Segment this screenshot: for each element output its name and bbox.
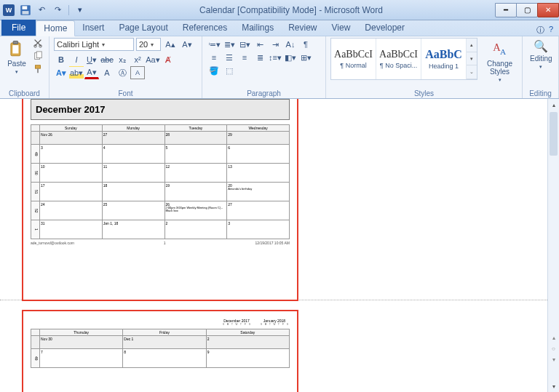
browse-object-icon[interactable]: ○ <box>552 345 555 352</box>
font-color-icon[interactable]: A▾ <box>84 66 99 79</box>
paste-button[interactable]: Paste ▾ <box>4 38 29 76</box>
group-editing: 🔍 Editing ▾ Editing <box>523 36 559 98</box>
save-icon[interactable] <box>19 4 32 17</box>
style-normal[interactable]: AaBbCcI¶ Normal <box>331 39 376 79</box>
vertical-scrollbar[interactable]: ▴ ▾ ▴ ○ ▾ <box>547 99 559 392</box>
numbering-icon[interactable]: ≣▾ <box>222 38 237 51</box>
font-size-value: 20 <box>139 40 148 49</box>
scroll-up-icon[interactable]: ▴ <box>548 99 559 111</box>
tab-view[interactable]: View <box>325 20 358 36</box>
editing-group-label: Editing <box>527 89 554 98</box>
paragraph-group-label: Paragraph <box>207 89 321 98</box>
align-center-icon[interactable]: ☰ <box>222 51 237 64</box>
justify-icon[interactable]: ≣ <box>253 51 267 64</box>
window-controls: ━ ▢ ✕ <box>496 3 559 17</box>
multilevel-list-icon[interactable]: ⊟▾ <box>237 38 252 51</box>
shading-icon[interactable]: ◧▾ <box>283 51 298 64</box>
minimize-ribbon-icon[interactable]: ⓘ <box>536 25 544 36</box>
group-clipboard: Paste ▾ Clipboard <box>0 36 49 98</box>
scroll-thumb[interactable] <box>550 112 558 156</box>
svg-text:A: A <box>500 47 507 56</box>
character-shading-icon[interactable]: A <box>100 66 114 79</box>
ribbon: Paste ▾ Clipboard Calibri Light▾ 20▾ A▴ … <box>0 36 559 99</box>
tab-mailings[interactable]: Mailings <box>234 20 281 36</box>
minimize-button[interactable]: ━ <box>495 3 517 17</box>
svg-rect-10 <box>36 65 41 68</box>
underline-icon[interactable]: U▾ <box>84 53 99 66</box>
window-title: Calendar [Compatibility Mode] - Microsof… <box>87 5 496 15</box>
sort-icon[interactable]: A↓ <box>283 38 298 51</box>
tab-insert[interactable]: Insert <box>75 20 111 36</box>
browse-prev-icon[interactable]: ▴ <box>552 335 555 341</box>
style-no-spacing[interactable]: AaBbCcI¶ No Spaci... <box>376 39 421 79</box>
browse-next-icon[interactable]: ▾ <box>552 356 555 363</box>
group-font: Calibri Light▾ 20▾ A▴ A▾ B I U▾ abc x₂ x… <box>49 36 202 98</box>
grow-font-icon[interactable]: A▴ <box>163 38 178 51</box>
align-left-icon[interactable]: ≡ <box>207 51 221 64</box>
subscript-icon[interactable]: x₂ <box>115 53 130 66</box>
quick-access-toolbar: ↶ ↷ ▾ <box>19 4 87 17</box>
italic-icon[interactable]: I <box>69 53 84 66</box>
group-paragraph: ≔▾ ≣▾ ⊟▾ ⇤ ⇥ A↓ ¶ ≡ ☰ ≡ ≣ ↕≡▾ ◧▾ ⊞▾ 🪣 ⬚ <box>202 36 326 98</box>
calendar-title: December 2017 <box>31 99 290 120</box>
change-case-icon[interactable]: Aa▾ <box>146 53 160 66</box>
font-size-combo[interactable]: 20▾ <box>136 38 161 51</box>
change-styles-label: Change Styles <box>485 60 515 76</box>
calendar-grid-2: Thursday Friday Saturday Nov 30 Dec 1 2 … <box>31 329 290 368</box>
cut-icon[interactable] <box>32 38 44 49</box>
style-heading-1[interactable]: AaBbCHeading 1 <box>421 39 467 79</box>
tab-review[interactable]: Review <box>281 20 324 36</box>
line-spacing-icon[interactable]: ↕≡▾ <box>268 51 282 64</box>
enclose-characters-icon[interactable]: Ⓐ <box>115 66 130 79</box>
tab-references[interactable]: References <box>175 20 234 36</box>
strikethrough-icon[interactable]: abc <box>100 53 114 66</box>
clipboard-group-label: Clipboard <box>4 89 44 98</box>
titlebar: W ↶ ↷ ▾ Calendar [Compatibility Mode] - … <box>0 0 559 20</box>
calendar-grid-1: Sunday Monday Tuesday Wednesday Nov 26 2… <box>31 124 290 239</box>
svg-rect-2 <box>23 11 29 15</box>
editing-label: Editing <box>530 55 552 63</box>
bullets-icon[interactable]: ≔▾ <box>207 38 221 51</box>
maximize-button[interactable]: ▢ <box>516 3 538 17</box>
character-border-icon[interactable]: A <box>130 66 145 79</box>
tab-home[interactable]: Home <box>36 20 75 36</box>
styles-gallery[interactable]: AaBbCcI¶ Normal AaBbCcI¶ No Spaci... AaB… <box>330 38 477 80</box>
font-family-combo[interactable]: Calibri Light▾ <box>54 38 134 51</box>
help-icon[interactable]: ? <box>549 25 553 36</box>
superscript-icon[interactable]: x² <box>130 53 145 66</box>
borders-icon[interactable]: ⊞▾ <box>298 51 313 64</box>
gallery-scroll[interactable]: ▴▾⌄ <box>467 39 477 79</box>
tab-file[interactable]: File <box>1 20 36 36</box>
document-viewport[interactable]: December 2017 Sunday Monday Tuesday Wedn… <box>0 99 547 392</box>
page-1: December 2017 Sunday Monday Tuesday Wedn… <box>22 99 298 301</box>
increase-indent-icon[interactable]: ⇥ <box>268 38 282 51</box>
font-group-label: Font <box>54 89 197 98</box>
change-styles-button[interactable]: AA Change Styles ▾ <box>482 38 518 84</box>
shrink-font-icon[interactable]: A▾ <box>180 38 194 51</box>
format-painter-icon[interactable] <box>32 64 44 76</box>
svg-rect-4 <box>13 41 18 44</box>
fill-color-icon[interactable]: 🪣 <box>207 64 221 77</box>
tab-developer[interactable]: Developer <box>357 20 412 36</box>
copy-icon[interactable] <box>32 51 44 63</box>
qat-customize-icon[interactable]: ▾ <box>74 4 87 17</box>
page-2: December 2017SMTWTFS January 2018SMTWTFS… <box>22 310 298 392</box>
redo-icon[interactable]: ↷ <box>51 4 64 17</box>
svg-rect-1 <box>23 6 28 9</box>
text-effects-icon[interactable]: A▾ <box>54 66 68 79</box>
group-styles: AaBbCcI¶ Normal AaBbCcI¶ No Spaci... AaB… <box>326 36 523 98</box>
align-right-icon[interactable]: ≡ <box>237 51 252 64</box>
decrease-indent-icon[interactable]: ⇤ <box>253 38 267 51</box>
clear-formatting-icon[interactable]: A̸ <box>161 53 175 66</box>
word-icon: W <box>3 4 15 16</box>
tab-page-layout[interactable]: Page Layout <box>111 20 175 36</box>
editing-button[interactable]: 🔍 Editing ▾ <box>527 38 555 71</box>
highlight-icon[interactable]: ab▾ <box>69 66 84 79</box>
svg-rect-9 <box>36 52 41 58</box>
close-button[interactable]: ✕ <box>537 3 559 17</box>
bold-icon[interactable]: B <box>54 53 68 66</box>
scroll-down-icon[interactable]: ▾ <box>548 380 559 392</box>
paragraph-dialog-icon[interactable]: ⬚ <box>222 64 237 77</box>
undo-icon[interactable]: ↶ <box>35 4 48 17</box>
show-marks-icon[interactable]: ¶ <box>298 38 313 51</box>
